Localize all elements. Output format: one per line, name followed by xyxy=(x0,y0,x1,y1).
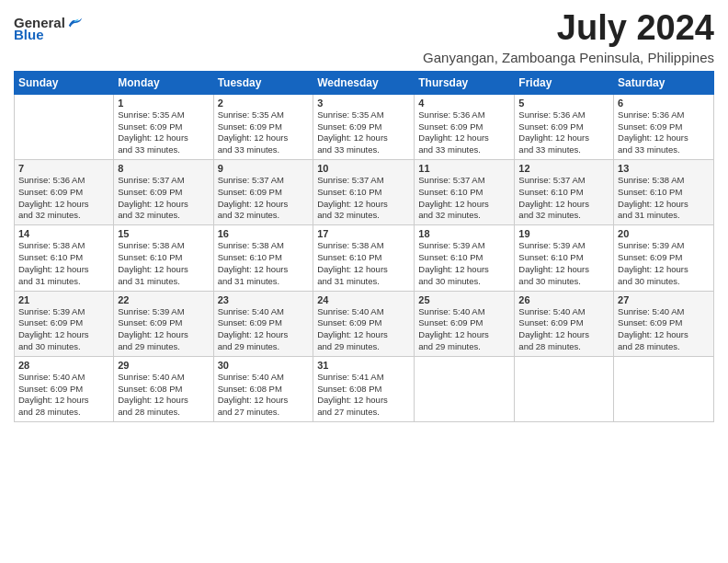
calendar-cell: 29Sunrise: 5:40 AM Sunset: 6:08 PM Dayli… xyxy=(114,356,213,421)
page-header: General Blue July 2024 Ganyangan, Zamboa… xyxy=(14,9,714,65)
day-info: Sunrise: 5:38 AM Sunset: 6:10 PM Dayligh… xyxy=(317,240,410,287)
day-number: 22 xyxy=(118,294,209,305)
day-info: Sunrise: 5:35 AM Sunset: 6:09 PM Dayligh… xyxy=(118,109,209,156)
calendar-cell: 6Sunrise: 5:36 AM Sunset: 6:09 PM Daylig… xyxy=(614,94,714,159)
day-info: Sunrise: 5:39 AM Sunset: 6:09 PM Dayligh… xyxy=(18,306,109,353)
day-number: 27 xyxy=(618,294,710,305)
day-info: Sunrise: 5:39 AM Sunset: 6:09 PM Dayligh… xyxy=(618,240,710,287)
calendar-cell: 7Sunrise: 5:36 AM Sunset: 6:09 PM Daylig… xyxy=(15,160,114,225)
calendar-week-row: 14Sunrise: 5:38 AM Sunset: 6:10 PM Dayli… xyxy=(15,225,714,291)
calendar-table: SundayMondayTuesdayWednesdayThursdayFrid… xyxy=(14,71,714,422)
day-number: 2 xyxy=(218,98,310,109)
calendar-cell: 30Sunrise: 5:40 AM Sunset: 6:08 PM Dayli… xyxy=(213,356,313,421)
calendar-cell: 18Sunrise: 5:39 AM Sunset: 6:10 PM Dayli… xyxy=(415,225,515,291)
day-info: Sunrise: 5:37 AM Sunset: 6:09 PM Dayligh… xyxy=(118,175,209,222)
day-number: 4 xyxy=(418,98,510,109)
day-info: Sunrise: 5:36 AM Sunset: 6:09 PM Dayligh… xyxy=(18,175,109,222)
calendar-cell: 27Sunrise: 5:40 AM Sunset: 6:09 PM Dayli… xyxy=(614,291,714,356)
day-number: 20 xyxy=(618,228,710,239)
location-title: Ganyangan, Zamboanga Peninsula, Philippi… xyxy=(423,50,714,65)
day-info: Sunrise: 5:40 AM Sunset: 6:09 PM Dayligh… xyxy=(618,306,710,353)
day-info: Sunrise: 5:38 AM Sunset: 6:10 PM Dayligh… xyxy=(618,175,710,222)
calendar-cell: 14Sunrise: 5:38 AM Sunset: 6:10 PM Dayli… xyxy=(15,225,114,291)
day-info: Sunrise: 5:40 AM Sunset: 6:09 PM Dayligh… xyxy=(317,306,410,353)
calendar-week-row: 1Sunrise: 5:35 AM Sunset: 6:09 PM Daylig… xyxy=(15,94,714,159)
day-number: 18 xyxy=(418,228,510,239)
calendar-cell: 28Sunrise: 5:40 AM Sunset: 6:09 PM Dayli… xyxy=(15,356,114,421)
day-info: Sunrise: 5:40 AM Sunset: 6:09 PM Dayligh… xyxy=(418,306,510,353)
day-number: 11 xyxy=(418,163,510,174)
day-number: 14 xyxy=(18,228,109,239)
header-cell-sunday: Sunday xyxy=(15,71,114,94)
day-number: 19 xyxy=(518,228,609,239)
day-number: 10 xyxy=(317,163,410,174)
day-info: Sunrise: 5:38 AM Sunset: 6:10 PM Dayligh… xyxy=(18,240,109,287)
day-info: Sunrise: 5:36 AM Sunset: 6:09 PM Dayligh… xyxy=(418,109,510,156)
day-number: 15 xyxy=(118,228,209,239)
calendar-cell: 3Sunrise: 5:35 AM Sunset: 6:09 PM Daylig… xyxy=(313,94,415,159)
header-cell-monday: Monday xyxy=(114,71,213,94)
calendar-cell: 17Sunrise: 5:38 AM Sunset: 6:10 PM Dayli… xyxy=(313,225,415,291)
logo-bird-icon xyxy=(67,17,84,29)
day-info: Sunrise: 5:40 AM Sunset: 6:09 PM Dayligh… xyxy=(218,306,310,353)
calendar-cell xyxy=(415,356,515,421)
day-info: Sunrise: 5:40 AM Sunset: 6:08 PM Dayligh… xyxy=(218,372,310,419)
calendar-cell xyxy=(515,356,614,421)
calendar-cell: 31Sunrise: 5:41 AM Sunset: 6:08 PM Dayli… xyxy=(313,356,415,421)
day-number: 21 xyxy=(18,294,109,305)
calendar-cell: 24Sunrise: 5:40 AM Sunset: 6:09 PM Dayli… xyxy=(313,291,415,356)
calendar-cell: 2Sunrise: 5:35 AM Sunset: 6:09 PM Daylig… xyxy=(213,94,313,159)
day-number: 23 xyxy=(218,294,310,305)
day-number: 9 xyxy=(218,163,310,174)
day-number: 6 xyxy=(618,98,710,109)
day-info: Sunrise: 5:39 AM Sunset: 6:10 PM Dayligh… xyxy=(418,240,510,287)
calendar-cell: 23Sunrise: 5:40 AM Sunset: 6:09 PM Dayli… xyxy=(213,291,313,356)
day-number: 29 xyxy=(118,360,209,371)
day-number: 3 xyxy=(317,98,410,109)
day-number: 24 xyxy=(317,294,410,305)
calendar-cell: 11Sunrise: 5:37 AM Sunset: 6:10 PM Dayli… xyxy=(415,160,515,225)
day-info: Sunrise: 5:40 AM Sunset: 6:08 PM Dayligh… xyxy=(118,372,209,419)
logo: General Blue xyxy=(14,15,84,42)
calendar-cell: 4Sunrise: 5:36 AM Sunset: 6:09 PM Daylig… xyxy=(415,94,515,159)
day-number: 1 xyxy=(118,98,209,109)
day-info: Sunrise: 5:35 AM Sunset: 6:09 PM Dayligh… xyxy=(317,109,410,156)
calendar-cell: 25Sunrise: 5:40 AM Sunset: 6:09 PM Dayli… xyxy=(415,291,515,356)
calendar-cell: 1Sunrise: 5:35 AM Sunset: 6:09 PM Daylig… xyxy=(114,94,213,159)
day-info: Sunrise: 5:41 AM Sunset: 6:08 PM Dayligh… xyxy=(317,372,410,419)
header-cell-wednesday: Wednesday xyxy=(313,71,415,94)
header-cell-thursday: Thursday xyxy=(415,71,515,94)
day-info: Sunrise: 5:36 AM Sunset: 6:09 PM Dayligh… xyxy=(518,109,609,156)
day-info: Sunrise: 5:40 AM Sunset: 6:09 PM Dayligh… xyxy=(518,306,609,353)
header-cell-friday: Friday xyxy=(515,71,614,94)
day-number: 16 xyxy=(218,228,310,239)
calendar-week-row: 21Sunrise: 5:39 AM Sunset: 6:09 PM Dayli… xyxy=(15,291,714,356)
day-number: 17 xyxy=(317,228,410,239)
calendar-cell: 20Sunrise: 5:39 AM Sunset: 6:09 PM Dayli… xyxy=(614,225,714,291)
calendar-cell: 19Sunrise: 5:39 AM Sunset: 6:10 PM Dayli… xyxy=(515,225,614,291)
day-number: 13 xyxy=(618,163,710,174)
calendar-cell: 12Sunrise: 5:37 AM Sunset: 6:10 PM Dayli… xyxy=(515,160,614,225)
calendar-cell: 22Sunrise: 5:39 AM Sunset: 6:09 PM Dayli… xyxy=(114,291,213,356)
title-area: July 2024 Ganyangan, Zamboanga Peninsula… xyxy=(423,9,714,65)
day-info: Sunrise: 5:40 AM Sunset: 6:09 PM Dayligh… xyxy=(18,372,109,419)
day-number: 12 xyxy=(518,163,609,174)
day-info: Sunrise: 5:36 AM Sunset: 6:09 PM Dayligh… xyxy=(618,109,710,156)
header-cell-saturday: Saturday xyxy=(614,71,714,94)
calendar-cell: 26Sunrise: 5:40 AM Sunset: 6:09 PM Dayli… xyxy=(515,291,614,356)
day-number: 30 xyxy=(218,360,310,371)
day-info: Sunrise: 5:37 AM Sunset: 6:10 PM Dayligh… xyxy=(518,175,609,222)
day-info: Sunrise: 5:37 AM Sunset: 6:10 PM Dayligh… xyxy=(317,175,410,222)
calendar-cell: 13Sunrise: 5:38 AM Sunset: 6:10 PM Dayli… xyxy=(614,160,714,225)
day-info: Sunrise: 5:38 AM Sunset: 6:10 PM Dayligh… xyxy=(118,240,209,287)
day-number: 5 xyxy=(518,98,609,109)
day-number: 26 xyxy=(518,294,609,305)
calendar-cell: 9Sunrise: 5:37 AM Sunset: 6:09 PM Daylig… xyxy=(213,160,313,225)
calendar-header-row: SundayMondayTuesdayWednesdayThursdayFrid… xyxy=(15,71,714,94)
month-title: July 2024 xyxy=(423,9,714,48)
day-info: Sunrise: 5:39 AM Sunset: 6:10 PM Dayligh… xyxy=(518,240,609,287)
day-info: Sunrise: 5:38 AM Sunset: 6:10 PM Dayligh… xyxy=(218,240,310,287)
calendar-cell: 16Sunrise: 5:38 AM Sunset: 6:10 PM Dayli… xyxy=(213,225,313,291)
day-number: 7 xyxy=(18,163,109,174)
calendar-cell: 21Sunrise: 5:39 AM Sunset: 6:09 PM Dayli… xyxy=(15,291,114,356)
